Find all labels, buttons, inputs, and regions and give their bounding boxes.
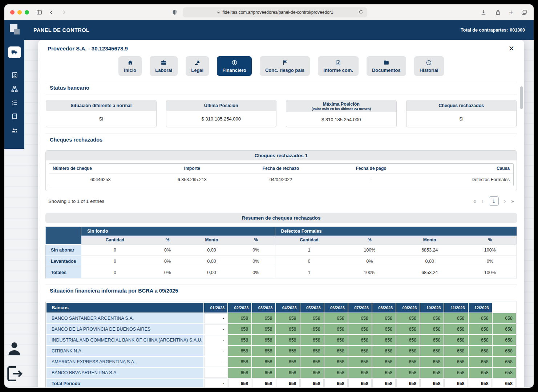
tab-legal[interactable]: Legal (186, 56, 209, 76)
status-card: Máxima Posición(Valor máx en los últimos… (286, 100, 397, 127)
cheques-body: 604462536.853.265.21304/04/2022-Defectos… (49, 173, 513, 186)
downloads-icon[interactable] (480, 9, 487, 16)
sidebar (4, 40, 24, 149)
value-cell: 658 (252, 335, 275, 345)
value-cell: 658 (444, 324, 468, 334)
value-cell: 658 (324, 379, 348, 387)
cell: 0% (149, 256, 186, 267)
cheques-table-title: Cheques rechazados 1 (46, 151, 517, 160)
value-cell: 658 (300, 324, 324, 334)
address-book-icon (11, 72, 18, 79)
cell: 0% (237, 245, 275, 256)
prev-page-button[interactable]: ‹ (482, 198, 484, 204)
status-card-title: Situación diferente a normal (46, 100, 156, 111)
row-label: Levantados (46, 256, 81, 267)
report-icon (335, 60, 341, 66)
sidebar-item-truck[interactable] (8, 46, 21, 58)
value-cell: - (204, 368, 227, 378)
close-icon[interactable]: × (509, 45, 514, 52)
tab-financiero[interactable]: Financiero (217, 56, 252, 76)
value-cell: 658 (444, 357, 468, 367)
sidebar-item-sitemap[interactable] (8, 83, 21, 94)
value-cell: - (204, 335, 227, 345)
value-cell: 658 (372, 346, 396, 356)
value-cell: 658 (348, 357, 372, 367)
tab-documentos[interactable]: Documentos (367, 56, 406, 76)
row-label: Sin abonar (46, 245, 81, 256)
last-page-button[interactable]: » (511, 198, 514, 204)
dollar-icon (231, 60, 238, 66)
cell: 0,00 (186, 256, 237, 267)
value-cell: 658 (300, 346, 324, 356)
cell: 0% (149, 245, 186, 256)
value-cell: 658 (324, 357, 348, 367)
value-cell: 658 (420, 324, 444, 334)
table-row: Sin abonar00%0,000%1100%6853,24100% (46, 245, 517, 256)
value-cell: 658 (276, 346, 299, 356)
next-page-button[interactable]: › (504, 198, 506, 204)
sidebar-item-users[interactable] (8, 125, 21, 136)
tab-informe-com[interactable]: Informe com. (318, 56, 359, 76)
value-cell: 658 (252, 313, 275, 323)
value-cell: 658 (228, 324, 251, 334)
value-cell: 658 (252, 379, 275, 387)
cell: 1 (275, 245, 343, 256)
tab-overview-icon[interactable] (521, 9, 528, 16)
back-icon[interactable] (48, 9, 55, 16)
table-row: INDUSTRIAL AND COMMERCIAL BANK OF CHINA … (46, 335, 516, 345)
scrollbar-thumb[interactable] (520, 86, 523, 109)
refresh-icon[interactable] (358, 9, 364, 15)
scroll-down-icon[interactable]: ▾ (518, 387, 523, 387)
bcra-table-box: Bancos01/202302/202303/202304/202305/202… (45, 302, 517, 387)
showing-entries-text: Showing 1 to 1 of 1 entries (48, 199, 104, 204)
sidebar-item-address-book[interactable] (8, 70, 21, 81)
column-header: 02/2023 (228, 303, 251, 313)
share-icon[interactable] (494, 9, 502, 16)
zoom-window-button[interactable] (25, 10, 29, 15)
bcra-table: Bancos01/202302/202303/202304/202305/202… (46, 302, 517, 387)
cell: 6.853.265.213 (152, 173, 232, 186)
status-card: Cheques rechazadosSi (406, 100, 517, 127)
cell: 0 (81, 267, 149, 278)
bank-name: BANCO BBVA ARGENTINA S.A. (46, 368, 203, 378)
sidebar-toggle-icon[interactable] (36, 9, 43, 16)
forward-icon[interactable] (60, 9, 68, 16)
tab-laboral[interactable]: Laboral (150, 56, 178, 76)
value-cell: 658 (300, 379, 324, 387)
sidebar-item-logout[interactable] (4, 364, 24, 384)
cell: 60446253 (49, 173, 152, 186)
value-cell: 658 (493, 313, 516, 323)
close-window-button[interactable] (10, 10, 15, 15)
column-header: % (149, 236, 186, 245)
tab-historial[interactable]: Historial (414, 56, 444, 76)
value-cell: 658 (348, 324, 372, 334)
tab-inicio[interactable]: Inicio (118, 56, 142, 76)
provider-modal: Proveedor S.A. - 30.12345678.9 × InicioL… (38, 40, 524, 387)
sidebar-item-user[interactable] (4, 339, 24, 359)
bcra-body: BANCO SANTANDER ARGENTINA S.A.-658658658… (46, 313, 516, 387)
table-row: BANCO BBVA ARGENTINA S.A.-65865865865865… (46, 368, 516, 378)
value-cell: 658 (420, 368, 444, 378)
value-cell: 658 (372, 379, 396, 387)
folder-icon (383, 60, 389, 66)
value-cell: 658 (396, 335, 420, 345)
minimize-window-button[interactable] (17, 10, 22, 15)
value-cell: 658 (396, 379, 420, 387)
value-cell: 658 (276, 379, 299, 387)
page-number-button[interactable]: 1 (489, 196, 499, 206)
sidebar-item-book[interactable] (8, 111, 21, 122)
address-bar[interactable]: fidelitas.com.ar/proveedores/panel-de-co… (183, 7, 367, 17)
modal-scrollbar[interactable] (520, 86, 523, 387)
value-cell: 658 (469, 346, 492, 356)
cell: 04/04/2022 (232, 173, 329, 186)
first-page-button[interactable]: « (473, 198, 476, 204)
tab-conc-riesgo-pais[interactable]: Conc. riesgo país (260, 56, 310, 76)
privacy-shield-icon[interactable] (171, 9, 178, 16)
cell: 0 (81, 256, 149, 267)
cell: 0% (343, 256, 396, 267)
clock-icon (426, 60, 432, 66)
column-header: 11/2023 (444, 303, 468, 313)
cell: 0% (149, 267, 186, 278)
sidebar-item-checklist[interactable] (8, 97, 21, 108)
new-tab-icon[interactable]: + (509, 8, 513, 16)
